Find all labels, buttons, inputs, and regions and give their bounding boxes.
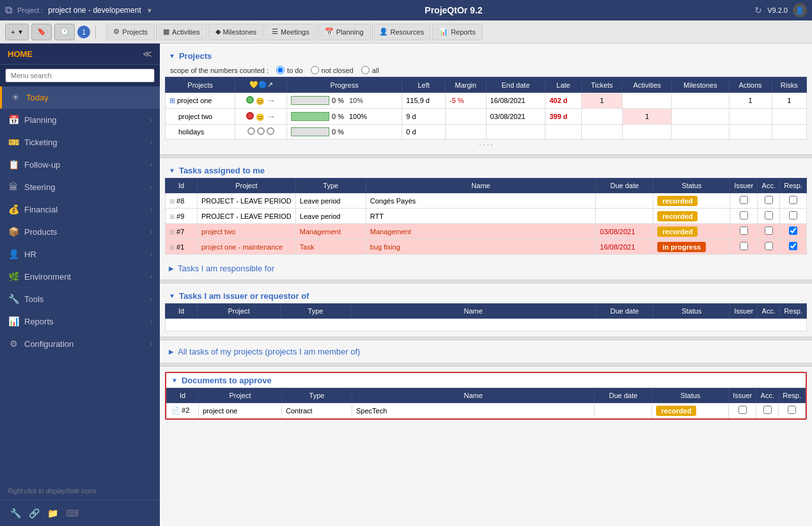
late-cell3	[545, 125, 581, 139]
duedate-cell	[596, 209, 653, 224]
scope-notclosed-label[interactable]: not closed	[311, 66, 354, 74]
sidebar-item-steering[interactable]: 🏛 Steering ›	[0, 176, 160, 198]
user-icon[interactable]: 👤	[793, 3, 807, 17]
tasks-assigned-header[interactable]: ▼ Tasks assigned to me	[165, 163, 807, 178]
margin-cell3	[446, 125, 487, 139]
followup-arrow-icon: ›	[150, 161, 152, 168]
row-expand-icon4[interactable]: ⊞	[169, 244, 175, 251]
col-project3: Project	[199, 388, 282, 403]
tickets-cell2	[581, 109, 623, 125]
issuer-checkbox3[interactable]	[740, 227, 748, 235]
sidebar-item-followup[interactable]: 📋 Follow-up ›	[0, 154, 160, 176]
terminal-icon[interactable]: ⌨	[63, 506, 81, 521]
status-badge[interactable]: recorded	[657, 196, 698, 206]
scope-todo-radio[interactable]	[276, 66, 285, 74]
sidebar-item-reports[interactable]: 📊 Reports ›	[0, 310, 160, 333]
acc-checkbox[interactable]	[765, 196, 773, 204]
project-name-cell: project two	[166, 109, 235, 125]
sidebar-item-planning[interactable]: 📅 Planning ›	[0, 109, 160, 131]
project-dropdown-icon[interactable]: ▼	[146, 7, 153, 14]
docs-status-badge[interactable]: recorded	[656, 406, 696, 416]
section-divider-2	[160, 280, 812, 283]
wrench-icon[interactable]: 🔧	[8, 506, 24, 521]
row-expand-icon[interactable]: ⊞	[169, 198, 175, 205]
tab-activities[interactable]: ▦ Activities	[156, 24, 207, 40]
acc-checkbox2[interactable]	[765, 211, 773, 219]
row-expand-icon3[interactable]: ⊞	[169, 228, 175, 235]
project-status-icons: 😊 →	[235, 93, 287, 109]
resp-checkbox[interactable]	[789, 196, 797, 204]
status-badge3[interactable]: recorded	[657, 227, 698, 237]
top-bar-right: ↻ V9.2.0 👤	[754, 3, 807, 17]
tab-projects[interactable]: ⚙ Projects	[106, 24, 155, 40]
steering-arrow-icon: ›	[150, 184, 152, 191]
link-icon[interactable]: 🔗	[26, 506, 42, 521]
resp-checkbox3[interactable]	[789, 227, 797, 235]
tab-reports[interactable]: 📊 Reports	[432, 24, 483, 40]
all-tasks-section[interactable]: ▶ All tasks of my projects (projects I a…	[160, 343, 812, 360]
top-bar: ⧉ Project : project one - developement ▼…	[0, 0, 812, 20]
row-expand-icon2[interactable]: ⊞	[169, 213, 175, 220]
ticketing-icon: 🎫	[8, 137, 19, 147]
resp-cell	[780, 239, 807, 255]
scope-all-label[interactable]: all	[361, 66, 379, 74]
refresh-icon[interactable]: ↻	[754, 5, 762, 15]
doc-acc-checkbox[interactable]	[763, 406, 772, 414]
sidebar-item-hr[interactable]: 👤 HR ›	[0, 243, 160, 266]
window-icon[interactable]: ⧉	[5, 4, 12, 16]
layout: HOME ≪ ☀ Today 📅 Planning › 🎫 Ticketing …	[0, 44, 812, 526]
status-badge2[interactable]: recorded	[657, 211, 698, 221]
issuer-checkbox[interactable]	[740, 196, 748, 204]
sidebar-toggle[interactable]: ≪	[143, 49, 152, 59]
risks-cell: 1	[772, 93, 806, 109]
margin-cell2	[446, 109, 487, 125]
resp-checkbox2[interactable]	[789, 211, 797, 219]
sidebar-label-steering: Steering	[24, 182, 55, 192]
resize-handle[interactable]: - - - -	[165, 139, 807, 149]
scope-todo-label[interactable]: to do	[276, 66, 302, 74]
sidebar-item-configuration[interactable]: ⚙ Configuration ›	[0, 333, 160, 355]
acc-checkbox4[interactable]	[765, 242, 773, 250]
doc-issuer-checkbox[interactable]	[738, 406, 747, 414]
sidebar: HOME ≪ ☀ Today 📅 Planning › 🎫 Ticketing …	[0, 44, 160, 526]
issuer-checkbox2[interactable]	[740, 211, 748, 219]
activities-icon: ▦	[163, 28, 169, 36]
folder-icon[interactable]: 📁	[45, 506, 61, 521]
clock-icon: 🕐	[60, 28, 69, 36]
tab-planning[interactable]: 📅 Planning	[318, 24, 371, 40]
acc-checkbox3[interactable]	[765, 227, 773, 235]
sidebar-item-financial[interactable]: 💰 Financial ›	[0, 198, 160, 221]
clock-button[interactable]: 🕐	[54, 24, 75, 40]
bookmark-button[interactable]: 🔖	[31, 24, 52, 40]
project-cell: PROJECT - LEAVE PERIOD	[198, 209, 296, 224]
progress-cell: 0 % 100%	[287, 109, 402, 125]
sidebar-label-tools: Tools	[24, 294, 43, 304]
tab-meetings[interactable]: ☰ Meetings	[265, 24, 316, 40]
projects-collapse-icon: ▼	[169, 52, 175, 60]
tab-resources[interactable]: 👤 Resources	[372, 24, 432, 40]
tasks-issuer-header[interactable]: ▼ Tasks I am issuer or requestor of	[165, 289, 807, 303]
sidebar-search-input[interactable]	[5, 68, 155, 83]
status-dot-empty3	[267, 127, 274, 135]
tab-milestones[interactable]: ◆ Milestones	[208, 24, 264, 40]
resp-checkbox4[interactable]	[789, 242, 797, 250]
expand-icon[interactable]: ⊞	[169, 97, 175, 104]
sidebar-item-environment[interactable]: 🌿 Environment ›	[0, 266, 160, 288]
doc-resp-checkbox[interactable]	[788, 406, 796, 414]
add-button[interactable]: + ▼	[5, 24, 29, 40]
status-badge4[interactable]: in progress	[657, 242, 706, 252]
products-arrow-icon: ›	[150, 228, 152, 235]
environment-arrow-icon: ›	[150, 273, 152, 280]
docs-header[interactable]: ▼ Documents to approve	[166, 373, 806, 388]
sidebar-item-ticketing[interactable]: 🎫 Ticketing ›	[0, 131, 160, 154]
project-cell: project one - maintenance	[198, 239, 296, 255]
scope-all-radio[interactable]	[361, 66, 370, 74]
issuer-checkbox4[interactable]	[740, 242, 748, 250]
projects-section-header[interactable]: ▼ Projects	[165, 49, 807, 63]
sidebar-item-products[interactable]: 📦 Products ›	[0, 221, 160, 243]
projects-icon: ⚙	[113, 28, 120, 36]
tasks-responsible-section[interactable]: ▶ Tasks I am responsible for	[160, 260, 812, 277]
sidebar-item-today[interactable]: ☀ Today	[0, 86, 160, 109]
sidebar-item-tools[interactable]: 🔧 Tools ›	[0, 288, 160, 310]
scope-notclosed-radio[interactable]	[311, 66, 319, 74]
